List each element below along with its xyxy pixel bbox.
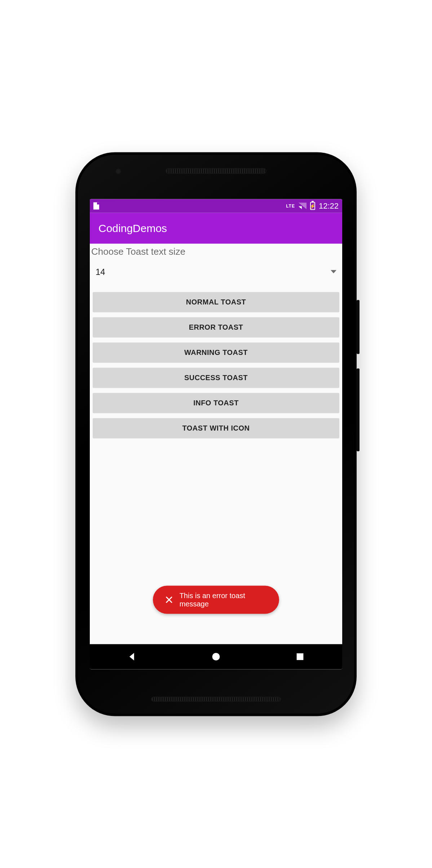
nav-recent-icon (295, 651, 305, 662)
status-bar: LTE ⚡ 12:22 (90, 199, 342, 213)
status-clock: 12:22 (319, 201, 339, 210)
screen: LTE ⚡ 12:22 CodingDemos Choose Toast tex… (90, 199, 342, 669)
svg-rect-1 (297, 653, 304, 660)
section-label: Choose Toast text size (90, 244, 342, 257)
dropdown-caret-icon (331, 270, 336, 273)
nav-recent-button[interactable] (289, 649, 311, 664)
text-size-spinner[interactable]: 14 (93, 263, 339, 280)
svg-point-0 (212, 653, 220, 660)
device-volume-button (357, 368, 360, 451)
toast-with-icon-button[interactable]: TOAST WITH ICON (93, 418, 339, 438)
sdcard-icon (93, 202, 99, 209)
success-toast-button[interactable]: SUCCESS TOAST (93, 368, 339, 388)
button-label: WARNING TOAST (184, 348, 248, 357)
battery-charging-icon: ⚡ (310, 202, 315, 210)
device-bottom-speaker (151, 696, 281, 702)
nav-home-button[interactable] (205, 649, 227, 664)
button-label: TOAST WITH ICON (182, 424, 250, 432)
app-title: CodingDemos (98, 222, 167, 234)
device-frame: LTE ⚡ 12:22 CodingDemos Choose Toast tex… (75, 152, 357, 716)
device-earpiece (166, 168, 266, 174)
toast-message: This is an error toast message (180, 591, 267, 608)
button-label: ERROR TOAST (189, 323, 243, 331)
nav-back-button[interactable] (121, 649, 143, 664)
warning-toast-button[interactable]: WARNING TOAST (93, 342, 339, 362)
nav-back-icon (127, 651, 137, 662)
device-power-button (357, 300, 360, 354)
info-toast-button[interactable]: INFO TOAST (93, 393, 339, 413)
error-toast: This is an error toast message (153, 586, 279, 614)
signal-icon (299, 202, 307, 209)
content-area: Choose Toast text size 14 NORMAL TOAST E… (90, 244, 342, 644)
device-front-camera (115, 168, 122, 174)
text-size-value: 14 (96, 267, 105, 277)
navigation-bar (90, 644, 342, 669)
network-type-label: LTE (286, 203, 295, 208)
button-label: SUCCESS TOAST (184, 374, 248, 382)
error-toast-button[interactable]: ERROR TOAST (93, 317, 339, 337)
app-bar: CodingDemos (90, 213, 342, 244)
close-icon (165, 595, 173, 604)
nav-home-icon (211, 651, 221, 662)
button-label: NORMAL TOAST (186, 298, 246, 306)
button-label: INFO TOAST (193, 399, 239, 407)
normal-toast-button[interactable]: NORMAL TOAST (93, 292, 339, 312)
